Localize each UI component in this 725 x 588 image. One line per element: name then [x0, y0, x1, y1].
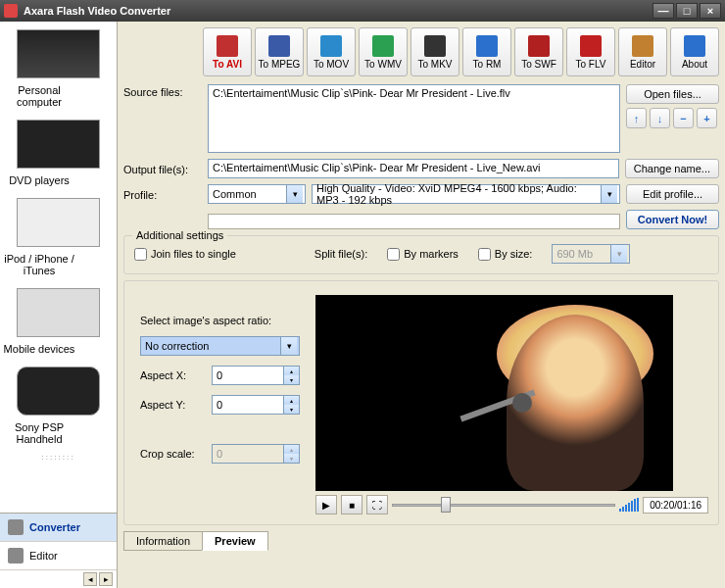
aspect-label: Select image's aspect ratio:	[140, 315, 300, 326]
edit-profile-button[interactable]: Edit profile...	[626, 184, 719, 204]
progress-bar	[208, 214, 620, 229]
seek-slider[interactable]	[392, 495, 615, 514]
output-label: Output file(s):	[123, 162, 202, 175]
profile-category-select[interactable]: Common	[208, 184, 306, 204]
toolbar-to-avi[interactable]: To AVI	[203, 27, 252, 76]
format-icon	[372, 35, 394, 57]
preview-group: Select image's aspect ratio: No correcti…	[123, 280, 719, 525]
toolbar-editor[interactable]: Editor	[618, 27, 667, 76]
size-select: 690 Mb	[552, 244, 630, 264]
format-icon	[320, 35, 342, 57]
toolbar-to-mpeg[interactable]: To MPEG	[255, 27, 304, 76]
source-label: Source files:	[123, 84, 202, 98]
device-psp[interactable]: Sony PSP Handheld	[0, 363, 117, 453]
format-icon	[217, 35, 238, 57]
format-icon	[580, 35, 602, 57]
move-down-button[interactable]: ↓	[650, 108, 670, 128]
convert-button[interactable]: Convert Now!	[626, 210, 719, 229]
toolbar-to-mov[interactable]: To MOV	[307, 27, 356, 76]
main-panel: To AVITo MPEGTo MOVTo WMVTo MKVTo RMTo S…	[118, 22, 725, 588]
more-indicator: ::::::::	[0, 453, 117, 462]
play-button[interactable]: ▶	[315, 495, 337, 514]
format-icon	[268, 35, 290, 57]
device-dvd[interactable]: DVD players	[0, 116, 117, 194]
stop-button[interactable]: ■	[341, 495, 362, 514]
crop-input: 0▴▾	[212, 444, 300, 464]
join-checkbox[interactable]: Join files to single	[134, 248, 236, 261]
app-icon	[4, 4, 18, 18]
tab-preview[interactable]: Preview	[202, 531, 268, 551]
minimize-button[interactable]: —	[652, 3, 674, 19]
info-tabs: Information Preview	[123, 531, 719, 551]
bysize-checkbox[interactable]: By size:	[478, 248, 533, 261]
close-button[interactable]: ×	[700, 3, 721, 19]
converter-icon	[8, 519, 24, 535]
split-label: Split file(s):	[314, 248, 367, 260]
move-up-button[interactable]: ↑	[626, 108, 647, 128]
output-file-field[interactable]: C:\Entertaiment\Music Clip`s\Pink- Dear …	[208, 159, 619, 178]
format-toolbar: To AVITo MPEGTo MOVTo WMVTo MKVTo RMTo S…	[123, 27, 719, 76]
editor-icon	[8, 548, 24, 564]
aspectx-input[interactable]: 0▴▾	[212, 366, 300, 385]
toolbar-to-swf[interactable]: To SWF	[514, 27, 563, 76]
titlebar: Axara Flash Video Converter — □ ×	[0, 0, 725, 22]
format-icon	[684, 35, 705, 57]
toolbar-about[interactable]: About	[670, 27, 719, 76]
toolbar-to-mkv[interactable]: To MKV	[411, 27, 459, 76]
format-icon	[424, 35, 446, 57]
device-ipod[interactable]: iPod / iPhone / iTunes	[0, 194, 117, 284]
toolbar-to-rm[interactable]: To RM	[462, 27, 511, 76]
additional-settings-group: Additional settings Join files to single…	[123, 235, 719, 274]
tab-converter[interactable]: Converter	[0, 514, 117, 542]
toolbar-to-wmv[interactable]: To WMV	[359, 27, 408, 76]
device-mobile[interactable]: Mobile devices	[0, 284, 117, 363]
window-title: Axara Flash Video Converter	[24, 5, 651, 17]
add-button[interactable]: +	[697, 108, 717, 128]
video-preview	[315, 295, 673, 491]
change-name-button[interactable]: Change name...	[625, 159, 719, 178]
remove-button[interactable]: −	[673, 108, 694, 128]
scroll-left[interactable]: ◂	[83, 572, 97, 586]
device-pc[interactable]: Personal computer	[0, 25, 117, 116]
profile-select[interactable]: High Quality - Video: XviD MPEG4 - 1600 …	[312, 184, 620, 204]
bymarkers-checkbox[interactable]: By markers	[387, 248, 459, 261]
sidebar-tabs: Converter Editor	[0, 513, 117, 570]
device-list: Personal computer DVD players iPod / iPh…	[0, 22, 117, 513]
toolbar-to-flv[interactable]: To FLV	[566, 27, 615, 76]
volume-indicator[interactable]	[619, 498, 639, 512]
aspecty-input[interactable]: 0▴▾	[212, 395, 300, 415]
maximize-button[interactable]: □	[676, 3, 698, 19]
tab-editor[interactable]: Editor	[0, 542, 117, 570]
fullscreen-button[interactable]: ⛶	[366, 495, 388, 514]
format-icon	[476, 35, 498, 57]
scroll-right[interactable]: ▸	[99, 572, 113, 586]
tab-information[interactable]: Information	[123, 531, 203, 551]
aspect-select[interactable]: No correction	[140, 336, 300, 356]
format-icon	[632, 35, 653, 57]
format-icon	[528, 35, 550, 57]
sidebar: Personal computer DVD players iPod / iPh…	[0, 22, 118, 588]
open-files-button[interactable]: Open files...	[626, 84, 719, 104]
profile-label: Profile:	[123, 187, 202, 201]
source-files-list[interactable]: C:\Entertaiment\Music Clip`s\Pink- Dear …	[208, 84, 620, 153]
time-display: 00:20/01:16	[643, 497, 708, 514]
